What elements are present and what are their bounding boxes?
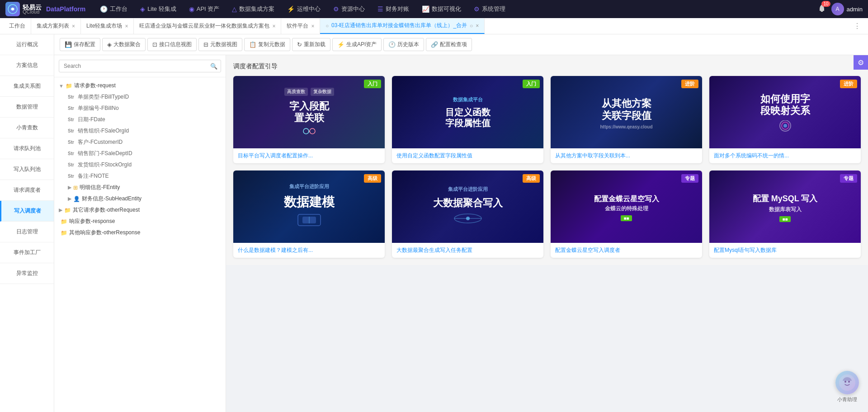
tree-node-finance-info[interactable]: ▶ 👤 财务信息-SubHeadEntity (54, 193, 226, 204)
expand-icon-other-req[interactable]: ▶ (59, 207, 62, 213)
nav-resources[interactable]: ⚙ 资源中心 (328, 0, 370, 18)
tab-software-platform[interactable]: 软件平台 × (281, 19, 320, 34)
nav-worktable-label: 工作台 (110, 5, 127, 13)
tree-node-sale-dept[interactable]: Str 销售部门-FSaleDeptID (54, 148, 226, 159)
gear-settings-button[interactable]: ⚙ (854, 55, 868, 70)
tree-node-date[interactable]: Str 日期-FDate (54, 114, 226, 125)
tree-node-sale-org[interactable]: Str 销售组织-FSaleOrgId (54, 125, 226, 137)
card-1-thumb: 高质查数 复杂数据 字入段配置关联 (233, 76, 385, 148)
tree-node-stock-org[interactable]: Str 发货组织-FStockOrgId (54, 159, 226, 170)
assistant-avatar (835, 371, 859, 394)
card-5-main-text: 数据建模 (284, 194, 335, 210)
svg-point-15 (839, 374, 855, 391)
tab-worktable[interactable]: 工作台 (4, 19, 31, 34)
gen-api-button[interactable]: ⚡ 生成API资产 (332, 38, 382, 51)
sidebar-item-log-manage[interactable]: 日志管理 (0, 222, 54, 242)
tree-node-response[interactable]: 📁 响应参数-response (54, 216, 226, 227)
big-data-merge-label: 大数据聚合 (113, 41, 141, 48)
card-6[interactable]: 集成平台进阶应用 大数据聚合写入 高级 (392, 170, 543, 258)
sidebar-item-write-scheduler[interactable]: 写入调度者 (0, 201, 54, 222)
copy-meta-label: 复制元数据 (258, 41, 285, 48)
tree-node-detail-info[interactable]: ▶ ⊞ 明细信息-FEntity (54, 182, 226, 193)
big-data-merge-button[interactable]: ◈ 大数据聚合 (102, 38, 146, 51)
expand-icon-finance-info[interactable]: ▶ (68, 196, 71, 202)
save-config-button[interactable]: 💾 保存配置 (60, 38, 100, 51)
sidebar-item-request-queue[interactable]: 请求队列池 (0, 138, 54, 159)
sidebar-item-request-scheduler-label: 请求调度者 (14, 187, 41, 193)
svg-rect-2 (821, 11, 823, 12)
sidebar-item-integration-map-label: 集成关系图 (14, 83, 41, 89)
sidebar-item-exception-monitor[interactable]: 异常监控 (0, 263, 54, 284)
tree-label-req-params: 请求参数-request (74, 82, 116, 90)
tree-node-other-resp[interactable]: 📁 其他响应参数-otherResponse (54, 227, 226, 238)
card-3-badge: 进阶 (681, 80, 698, 88)
sidebar-item-plan-info-label: 方案信息 (16, 62, 38, 68)
sidebar-item-overview[interactable]: 运行概况 (0, 34, 54, 55)
nav-lite[interactable]: ◈ Lite 轻集成 (135, 0, 182, 18)
tab-lite-market-close[interactable]: × (125, 23, 128, 29)
tree-node-req-params[interactable]: ▼ 📁 请求参数-request (54, 80, 226, 91)
toolbar: 💾 保存配置 ◈ 大数据聚合 ⊡ 接口信息视图 ⊟ 元数据视图 📋 复制元数据 … (54, 34, 868, 55)
sidebar-item-request-queue-label: 请求队列池 (14, 145, 41, 152)
notification-bell[interactable]: 10 (817, 4, 827, 15)
tree-area: ▼ 📁 请求参数-request Str 单据类型-FBillTypeID St… (54, 77, 226, 412)
card-3[interactable]: 从其他方案关联字段值 https://www.qeasy.cloud 进阶 从其… (551, 76, 702, 163)
card-7[interactable]: 配置金蝶云星空写入 金蝶云的特殊处理 ■■ 专题 配置金蝶云星空写入调度者 (551, 170, 702, 258)
tab-wangdian[interactable]: 旺店通企业版与金蝶云星辰业财一体化数据集成方案包 × (134, 19, 281, 34)
card-5[interactable]: 集成平台进阶应用 数据建模 高级 (233, 170, 385, 258)
card-1[interactable]: 高质查数 复杂数据 字入段配置关联 (233, 76, 385, 163)
tab-main[interactable]: ○ 03-旺店通销售出库单对接金蝶销售出库单（线上）_合并 ○ × (320, 19, 485, 34)
svg-point-1 (11, 8, 14, 10)
sidebar-item-event-factory[interactable]: 事件加工厂 (0, 242, 54, 263)
sidebar-item-xiaoqing[interactable]: 小青查数 (0, 118, 54, 138)
card-6-desc: 大数据最聚合生成写入任务配置 (392, 243, 543, 258)
tab-main-close[interactable]: ○ (470, 23, 473, 29)
card-8[interactable]: 配置 MySQL 写入 数据库表写入 ■■ 专题 配置Mysql语句写入数据库 (709, 170, 861, 258)
card-8-desc: 配置Mysql语句写入数据库 (709, 243, 861, 258)
nav-dataviz[interactable]: 📈 数据可视化 (416, 0, 467, 18)
assistant-widget[interactable]: 小青助理 (835, 371, 859, 403)
tree-node-note[interactable]: Str 备注-FNOTE (54, 170, 226, 182)
tab-lite-market[interactable]: Lite轻集成市场 × (81, 19, 134, 34)
tab-main-close-x[interactable]: × (476, 23, 479, 29)
tree-node-bill-no[interactable]: Str 单据编号-FBillNo (54, 103, 226, 114)
sidebar-item-write-queue[interactable]: 写入队列池 (0, 159, 54, 180)
tab-software-platform-close[interactable]: × (311, 23, 314, 29)
card-2[interactable]: 数据集成平台 目定义函数字段属性值 入门 使用自定义函数配置字段属性值 (392, 76, 543, 163)
tab-wangdian-close[interactable]: × (272, 23, 275, 29)
reload-button[interactable]: ↻ 重新加载 (292, 38, 330, 51)
sidebar-item-request-scheduler[interactable]: 请求调度者 (0, 180, 54, 201)
sidebar-item-data-manage-label: 数据管理 (16, 104, 38, 110)
cards-grid: 高质查数 复杂数据 字入段配置关联 (233, 76, 861, 258)
tree-node-customer[interactable]: Str 客户-FCustomerID (54, 137, 226, 148)
nav-worktable[interactable]: 🕐 工作台 (94, 0, 133, 18)
nav-api[interactable]: ◉ API 资产 (184, 0, 225, 18)
logo[interactable]: 轻易云 QCloud DataPlatform (5, 2, 85, 16)
person-icon-finance-info: 👤 (73, 196, 80, 202)
meta-view-button[interactable]: ⊟ 元数据视图 (198, 38, 242, 51)
grid-icon-detail-info: ⊞ (73, 185, 78, 191)
nav-finance[interactable]: ☰ 财务对账 (372, 0, 415, 18)
card-4[interactable]: 如何使用字段映射关系 进阶 面对多个系统 (709, 76, 861, 163)
tabs-more-button[interactable]: ⋮ (850, 22, 864, 30)
sidebar-item-plan-info[interactable]: 方案信息 (0, 55, 54, 76)
nav-ops[interactable]: ⚡ 运维中心 (282, 0, 326, 18)
copy-meta-button[interactable]: 📋 复制元数据 (244, 38, 290, 51)
config-check-button[interactable]: 🔗 配置检查项 (426, 38, 472, 51)
interface-view-button[interactable]: ⊡ 接口信息视图 (147, 38, 197, 51)
admin-info[interactable]: A admin (831, 3, 863, 15)
history-button[interactable]: 🕐 历史版本 (383, 38, 424, 51)
expand-icon-req-params[interactable]: ▼ (59, 83, 64, 89)
card-5-badge: 高级 (364, 174, 381, 183)
sidebar-item-data-manage[interactable]: 数据管理 (0, 97, 54, 118)
expand-icon-detail-info[interactable]: ▶ (68, 185, 71, 190)
nav-sysmanage[interactable]: ⚙ 系统管理 (468, 0, 511, 18)
search-icon[interactable]: 🔍 (210, 63, 217, 70)
nav-datasolution[interactable]: △ 数据集成方案 (226, 0, 280, 18)
sidebar-item-integration-map[interactable]: 集成关系图 (0, 76, 54, 97)
tree-node-bill-type[interactable]: Str 单据类型-FBillTypeID (54, 91, 226, 103)
tree-node-other-req[interactable]: ▶ 📁 其它请求参数-otherRequest (54, 204, 226, 216)
search-input[interactable] (59, 60, 221, 72)
tab-solution-list-close[interactable]: × (72, 23, 75, 29)
tab-solution-list[interactable]: 集成方案列表 × (31, 19, 81, 34)
